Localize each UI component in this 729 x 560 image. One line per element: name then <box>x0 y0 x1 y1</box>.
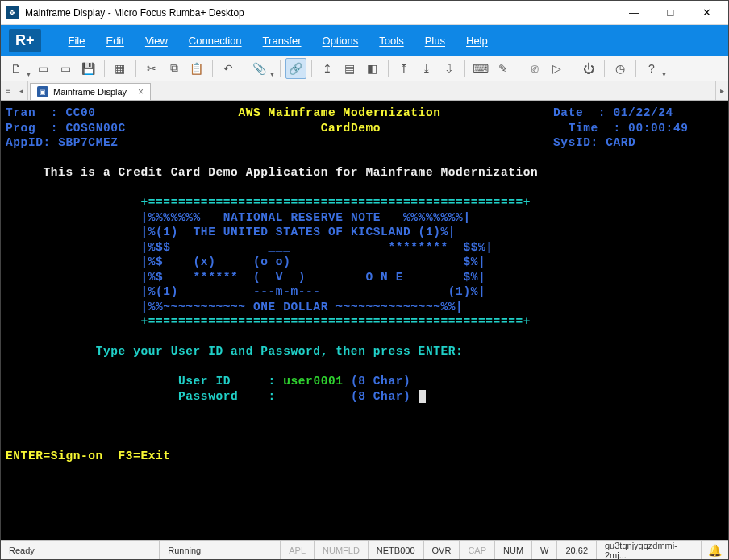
menu-help[interactable]: Help <box>458 30 496 52</box>
undo-icon[interactable]: ↶ <box>218 58 239 79</box>
tab-mainframe-display[interactable]: ▣ Mainframe Display × <box>30 83 151 100</box>
status-num: NUM <box>495 541 532 559</box>
brand-logo: R+ <box>9 29 41 52</box>
window-title: Mainframe Display - Micro Focus Rumba+ D… <box>25 7 616 19</box>
status-ovr: OVR <box>424 541 460 559</box>
status-cursor-pos: 20,62 <box>557 541 597 559</box>
menu-plus[interactable]: Plus <box>417 30 453 52</box>
tab-label: Mainframe Display <box>53 87 127 97</box>
art-line-9: +=======================================… <box>140 315 531 328</box>
clock-icon[interactable]: ◷ <box>610 58 631 79</box>
status-w: W <box>532 541 557 559</box>
copy-icon[interactable]: ⧉ <box>164 58 185 79</box>
screen-title-1: AWS Mainframe Modernization <box>238 106 440 119</box>
tab-close-icon[interactable]: × <box>138 86 144 97</box>
sysid-label: SysID: <box>553 136 598 149</box>
prog-value: COSGN00C <box>65 122 125 135</box>
art-line-2: |%%%%%%% NATIONAL RESERVE NOTE %%%%%%%%| <box>140 211 470 224</box>
status-running: Running <box>160 541 281 559</box>
minimize-button[interactable]: — <box>616 2 652 24</box>
app-icon: ❖ <box>6 6 19 19</box>
date-value: 01/22/24 <box>614 106 673 119</box>
grid-icon[interactable]: ▤ <box>340 58 360 79</box>
art-line-6: |%$ ****** ( V ) O N E $%| <box>140 271 485 284</box>
prompt-text: Type your User ID and Password, then pre… <box>96 345 464 358</box>
subtitle: This is a Credit Card Demo Application f… <box>44 166 539 179</box>
link-icon[interactable]: 🔗 <box>285 58 306 79</box>
tran-value: CC00 <box>65 106 95 119</box>
tran-label: Tran : <box>6 106 58 119</box>
password-hint: (8 Char) <box>351 390 410 403</box>
tabstrip: ≡ ◂ ▣ Mainframe Display × ▸ <box>1 81 728 101</box>
menu-view[interactable]: View <box>137 30 176 52</box>
new-icon[interactable]: 🗋 <box>6 58 27 79</box>
play-icon[interactable]: ▷ <box>547 58 568 79</box>
appid-value: SBP7CMEZ <box>58 136 118 149</box>
status-cap: CAP <box>460 541 495 559</box>
menu-edit[interactable]: Edit <box>98 30 131 52</box>
download2-icon[interactable]: ⇩ <box>439 58 460 79</box>
status-apl: APL <box>281 541 315 559</box>
userid-label: User ID : <box>178 375 276 388</box>
userid-input[interactable]: user0001 <box>283 375 343 388</box>
art-line-7: |%(1) ---m-m--- (1)%| <box>140 285 485 298</box>
art-line-5: |%$ (x) (o o) $%| <box>140 255 485 268</box>
status-netb: NETB000 <box>369 541 424 559</box>
screen-title-2: CardDemo <box>321 122 381 135</box>
tab-scroll-left[interactable]: ◂ <box>15 81 28 100</box>
layout-icon[interactable]: ▦ <box>110 58 131 79</box>
bell-icon[interactable]: 🔔 <box>702 544 728 557</box>
help-icon[interactable]: ? <box>641 58 662 79</box>
terminal-screen[interactable]: Tran : CC00 AWS Mainframe Modernization … <box>1 101 728 540</box>
close-button[interactable]: ✕ <box>689 2 725 24</box>
sysid-value: CARD <box>606 136 635 149</box>
paste-icon[interactable]: 📋 <box>186 58 207 79</box>
toolbar: 🗋▼ ▭ ▭ 💾 ▦ ✂ ⧉ 📋 ↶ 📎▼ 🔗 ↥ ▤ ◧ ⤒ ⤓ ⇩ ⌨ ✎ … <box>1 56 728 81</box>
art-line-3: |%(1) THE UNITED STATES OF KICSLAND (1)%… <box>140 226 456 239</box>
screen2-icon[interactable]: ▭ <box>56 58 77 79</box>
tab-scroll-menu[interactable]: ≡ <box>2 81 15 100</box>
download-icon[interactable]: ⤓ <box>416 58 437 79</box>
power-icon[interactable]: ⏻ <box>578 58 599 79</box>
cursor-up-icon[interactable]: ↥ <box>317 58 338 79</box>
time-value: 00:00:49 <box>628 122 688 135</box>
status-ready: Ready <box>1 541 160 559</box>
record-icon[interactable]: ⎚ <box>524 58 545 79</box>
upload-icon[interactable]: ⤒ <box>394 58 414 79</box>
footer-keys: ENTER=Sign-on F3=Exit <box>6 450 171 463</box>
menubar: R+ File Edit View Connection Transfer Op… <box>1 25 728 56</box>
statusbar: Ready Running APL NUMFLD NETB000 OVR CAP… <box>1 540 728 559</box>
terminal-tab-icon: ▣ <box>37 86 48 97</box>
menu-options[interactable]: Options <box>315 30 367 52</box>
prog-label: Prog : <box>6 122 58 135</box>
tab-scroll-right[interactable]: ▸ <box>715 81 728 100</box>
picker-icon[interactable]: ✎ <box>493 58 514 79</box>
time-label: Time : <box>569 122 621 135</box>
maximize-button[interactable]: □ <box>652 2 689 24</box>
art-line-1: +=======================================… <box>140 196 531 209</box>
panel-icon[interactable]: ◧ <box>362 58 383 79</box>
text-cursor <box>419 390 426 403</box>
attach-icon[interactable]: 📎 <box>249 58 270 79</box>
menu-connection[interactable]: Connection <box>181 30 250 52</box>
appid-label: AppID: <box>6 136 51 149</box>
art-line-8: |%%~~~~~~~~~~~ ONE DOLLAR ~~~~~~~~~~~~~~… <box>140 301 463 313</box>
menu-tools[interactable]: Tools <box>371 30 411 52</box>
cut-icon[interactable]: ✂ <box>141 58 162 79</box>
status-numfld: NUMFLD <box>315 541 369 559</box>
password-label: Password : <box>178 390 276 403</box>
status-host: gu3tqnjygqzdmmi-2mj... <box>597 541 702 559</box>
menu-transfer[interactable]: Transfer <box>255 30 310 52</box>
titlebar: ❖ Mainframe Display - Micro Focus Rumba+… <box>1 1 728 25</box>
userid-hint: (8 Char) <box>351 375 410 388</box>
save-icon[interactable]: 💾 <box>78 58 99 79</box>
screen1-icon[interactable]: ▭ <box>33 58 54 79</box>
art-line-4: |%$$ ___ ******** $$%| <box>140 241 493 254</box>
keyboard-icon[interactable]: ⌨ <box>470 58 491 79</box>
date-label: Date : <box>553 106 606 119</box>
menu-file[interactable]: File <box>60 30 94 52</box>
